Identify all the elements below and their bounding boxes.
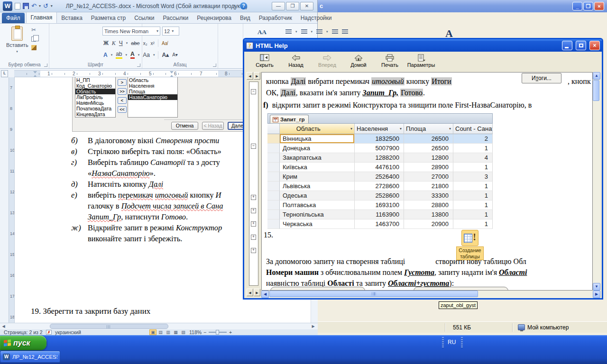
nav-right-icon[interactable]: ▶ [254,289,260,296]
wizard-field-item[interactable]: Площа [128,89,177,94]
scrollbar-thumb[interactable] [593,80,599,101]
move-field-button[interactable]: >> [118,88,127,95]
outline-toggle-icon[interactable]: − [251,89,256,94]
column-dropdown-icon[interactable]: ▾ [399,127,402,131]
outline-toggle-icon[interactable]: + [251,221,256,227]
bg-close-button[interactable]: × [594,2,604,10]
row-selector[interactable] [267,191,280,200]
row-selector[interactable] [267,210,280,219]
row-selector[interactable] [267,163,280,172]
bg-minimize-button[interactable]: _ [572,2,582,10]
wizard-field-item[interactable]: Населення [128,83,177,89]
undo-icon[interactable]: ↶ [31,3,37,9]
tab-selector[interactable]: L [1,70,8,77]
scroll-left-icon[interactable]: ◀ [0,324,7,329]
table-row[interactable]: Одеська 2528600 33300 1 [267,191,493,200]
table-row[interactable]: Тернопільська 1163900 13800 1 [267,210,493,219]
help-close-button[interactable]: × [589,41,600,50]
ribbon-tab[interactable]: Вид [236,13,255,23]
help-horizontal-scrollbar[interactable]: ◀ ▶ [261,291,600,298]
start-button[interactable]: пуск [0,336,46,350]
move-field-button[interactable]: > [118,79,127,86]
text-effects-button[interactable]: А [103,52,108,58]
ribbon-tab[interactable]: Надстройки [296,13,336,23]
ribbon-tab[interactable]: Разметка стр [87,13,130,23]
table-row[interactable]: Львівська 2728600 21800 1 [267,182,493,191]
numbering-button[interactable] [301,29,307,34]
table-row[interactable]: Вінницька 1832500 26500 2 [267,134,493,144]
scrollbar-thumb[interactable] [269,291,478,297]
paste-button[interactable]: Вставить ▾ [6,26,28,60]
wizard-field-item[interactable]: НазваСанаторію [128,94,177,100]
outline-view-button[interactable]: ▦ [172,329,179,335]
wizard-field-item[interactable]: КінцеваДата [75,111,115,117]
spellcheck-icon[interactable]: ✗ [46,330,52,335]
font-dialog-launcher[interactable] [137,64,140,67]
table-row[interactable]: Черкаська 1463700 20900 1 [267,219,493,229]
scrollbar-thumb[interactable] [50,324,168,329]
word-help-icon[interactable]: ? [240,2,247,9]
wizard-field-item[interactable]: Область [75,89,115,94]
qat-customize-icon[interactable]: ▾ [51,4,53,8]
clipboard-dialog-launcher[interactable] [44,64,47,67]
move-field-button[interactable]: < [118,97,127,104]
scroll-up-icon[interactable]: ▲ [593,72,600,80]
italic-button[interactable]: К [112,40,116,47]
format-painter-icon[interactable] [31,45,37,50]
save-icon[interactable] [23,3,29,9]
table-row[interactable]: Полтавська 1693100 28800 1 [267,200,493,210]
outline-toggle-icon[interactable]: + [251,235,256,240]
scroll-right-icon[interactable]: ▶ [310,324,316,329]
cancel-button[interactable]: Отмена [171,122,198,130]
row-selector-header[interactable] [267,124,280,134]
row-selector[interactable] [267,153,280,163]
word-close-button[interactable]: ✕ [300,2,313,10]
word-restore-button[interactable]: ❐ [286,2,299,10]
word-app-icon[interactable]: W [3,1,12,11]
help-vertical-scrollbar[interactable]: ▲ ▼ [593,72,600,291]
column-dropdown-icon[interactable]: ▾ [448,127,451,131]
multilevel-list-button[interactable] [316,29,322,34]
table-row[interactable]: Донецька 5007900 26500 1 [267,144,493,153]
decrease-indent-button[interactable] [332,29,338,34]
help-maximize-button[interactable] [576,41,586,50]
wizard-field-item[interactable]: Код_Санаторію [75,83,115,89]
row-selector[interactable] [267,219,280,229]
web-view-button[interactable]: ▥ [165,329,172,335]
tab-stop-marker[interactable] [170,71,174,77]
back-button[interactable]: Назад [280,53,312,69]
move-field-button[interactable]: << [118,106,127,113]
taskbar-window-button[interactable]: W ЛР_№12_ACCESS-.d... [0,351,60,363]
column-header[interactable]: Площа▾ [404,124,453,134]
home-button[interactable]: Домой [343,53,374,69]
language-indicator[interactable]: украинский [55,329,81,335]
word-minimize-button[interactable]: — [272,2,285,10]
back-button[interactable]: < Назад [202,122,224,130]
column-header[interactable]: Count - Санаторії▾ [453,124,493,134]
strikethrough-button[interactable]: abe [131,40,139,46]
ribbon-tab[interactable]: Ссылки [130,13,158,23]
row-selector[interactable] [267,134,280,144]
paragraph-dialog-launcher[interactable] [213,64,216,67]
outline-toggle-icon[interactable]: + [251,248,256,253]
ribbon-tab[interactable]: Рассылки [158,13,193,23]
create-table-button[interactable]: ! Создание таблицы [456,230,484,260]
column-header[interactable]: Населення▾ [355,124,404,134]
underline-button[interactable]: Ч [119,40,123,46]
row-selector[interactable] [267,182,280,191]
outline-toggle-icon[interactable]: − [251,144,256,149]
print-button[interactable]: Печать [374,53,405,69]
ribbon-tab[interactable]: Вставка [57,13,87,23]
ribbon-tab[interactable]: Рецензирова [193,13,236,23]
highlight-color-button[interactable]: ab [116,51,122,59]
increase-indent-button[interactable] [342,29,348,34]
wizard-field-item[interactable]: НаявнМісць [75,100,115,106]
undo-dropdown-icon[interactable]: ▾ [39,4,41,8]
wizard-selected-fields-list[interactable]: ОбластьНаселенняПлощаНазваСанаторію [128,77,178,118]
wizard-field-item[interactable]: Область [128,77,177,83]
row-selector[interactable] [267,200,280,210]
ribbon-tab[interactable]: Файл [2,13,25,23]
print-layout-view-button[interactable]: ▣ [149,329,156,335]
word-horizontal-scrollbar[interactable]: ◀ ▶ [0,323,318,329]
nav-right-icon[interactable]: ▶ [254,72,260,80]
